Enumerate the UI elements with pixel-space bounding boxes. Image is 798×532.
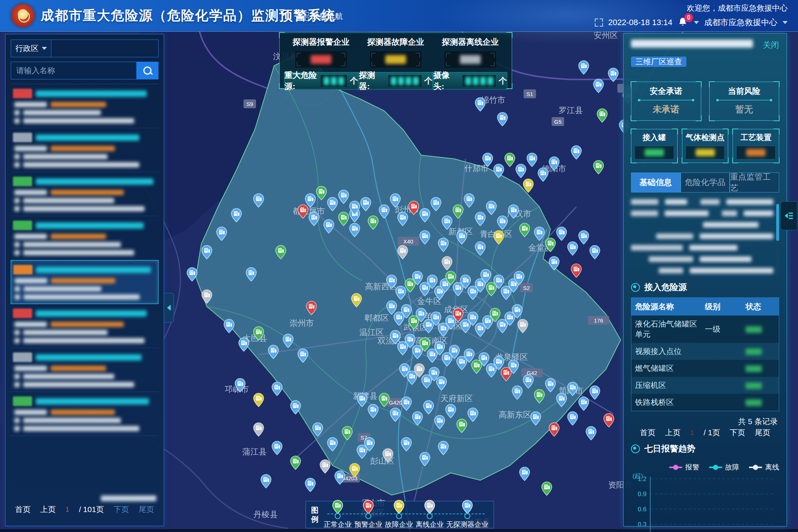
region-select-label: 行政区 bbox=[16, 43, 39, 54]
hazard-table: 危险源名称级别状态 液化石油气储罐区单元一级 视频接入点位 燃气储罐区 压缩机区… bbox=[631, 297, 779, 411]
stat-counter: 重大危险源:个 bbox=[284, 72, 358, 90]
close-button[interactable]: 关闭 bbox=[763, 40, 779, 51]
stat-card: 探测器故障企业 bbox=[359, 37, 433, 68]
trend-chart: (起)00.30.60.91.28-128-138-148-158-168-17… bbox=[631, 473, 779, 532]
enterprise-list-item[interactable] bbox=[11, 216, 158, 260]
page-next[interactable]: 下页 bbox=[113, 504, 129, 515]
map-legend-item: 无探测器企业 bbox=[446, 500, 488, 529]
map-legend-item: 故障企业 bbox=[385, 500, 413, 529]
enterprise-list-item[interactable] bbox=[11, 128, 158, 172]
search-input[interactable]: 请输入名称 bbox=[11, 62, 136, 79]
tab-危险化学品[interactable]: 危险化学品 bbox=[681, 173, 730, 192]
detail-counter-box: 气体检测点 bbox=[682, 129, 729, 163]
table-row[interactable]: 压缩机区 bbox=[631, 377, 779, 394]
org-menu[interactable]: 成都市应急救援中心 bbox=[704, 17, 777, 28]
road-shield: S2 bbox=[520, 283, 533, 292]
stats-panel: 探测器报警企业 探测器故障企业 探测器离线企业 重大危险源:个探测器:个摄像头:… bbox=[279, 33, 512, 89]
status-badge bbox=[13, 89, 32, 98]
fullscreen-icon[interactable] bbox=[595, 18, 603, 27]
page-first[interactable]: 首页 bbox=[15, 504, 31, 515]
radio-bullet-icon bbox=[631, 444, 640, 453]
search-button[interactable] bbox=[136, 62, 158, 79]
enterprise-name-blurred bbox=[36, 310, 147, 317]
enterprise-title-blurred bbox=[631, 40, 753, 48]
table-row[interactable]: 液化石油气储罐区单元一级 bbox=[631, 316, 779, 343]
enterprise-list-item[interactable] bbox=[11, 348, 158, 392]
road-shield: S1 bbox=[524, 89, 536, 98]
legend-item-故障[interactable]: 故障 bbox=[709, 463, 739, 472]
svg-text:1.2: 1.2 bbox=[638, 475, 647, 482]
commitment-title: 安全承诺 bbox=[631, 86, 701, 97]
enterprise-list-item[interactable] bbox=[11, 84, 158, 128]
page-last[interactable]: 尾页 bbox=[755, 427, 770, 438]
svg-text:0.9: 0.9 bbox=[638, 491, 647, 498]
stat-card: 探测器报警企业 bbox=[284, 37, 358, 68]
map-place-label: 什邡市 bbox=[464, 164, 489, 173]
region-input[interactable] bbox=[51, 40, 158, 57]
page-of: / 1页 bbox=[704, 427, 720, 438]
enterprise-list-item[interactable] bbox=[11, 304, 158, 348]
enterprise-name-blurred bbox=[36, 267, 151, 273]
page-next[interactable]: 下页 bbox=[730, 427, 745, 438]
page-number[interactable]: 1 bbox=[65, 505, 69, 514]
region-filter-row: 行政区 bbox=[11, 40, 158, 57]
page-title: 成都市重大危险源（危险化学品）监测预警系统 bbox=[41, 7, 335, 25]
plant-3d-tour-button[interactable]: 三维厂区巡查 bbox=[631, 57, 686, 67]
status-badge bbox=[13, 133, 32, 142]
svg-text:0.6: 0.6 bbox=[638, 506, 647, 513]
tab-基础信息[interactable]: 基础信息 bbox=[631, 173, 681, 192]
region-select[interactable]: 行政区 bbox=[11, 40, 51, 57]
stat-counter: 探测器:个 bbox=[359, 72, 433, 90]
hazard-pagination: 首页 上页 1 / 1页 下页 尾页 bbox=[631, 427, 779, 438]
page-prev[interactable]: 上页 bbox=[665, 427, 681, 438]
stat-counter: 摄像头:个 bbox=[433, 72, 507, 90]
enterprise-name-blurred bbox=[36, 178, 153, 185]
page-prev[interactable]: 上页 bbox=[40, 504, 56, 515]
map-place-label: 天府新区 bbox=[440, 394, 473, 403]
enterprise-name-blurred bbox=[36, 134, 139, 141]
map-legend-item: 预警企业 bbox=[354, 500, 382, 529]
legend-item-离线[interactable]: 离线 bbox=[749, 463, 779, 472]
page-number[interactable]: 1 bbox=[690, 429, 694, 437]
table-row[interactable]: 燃气储罐区 bbox=[631, 360, 779, 377]
hazard-section-title: 接入危险源 bbox=[631, 282, 779, 293]
map-legend-item: 离线企业 bbox=[416, 500, 444, 529]
svg-text:176: 176 bbox=[594, 317, 603, 324]
table-header: 危险源名称 bbox=[631, 298, 702, 316]
sidebar-collapse-tab[interactable] bbox=[164, 293, 174, 323]
stat-card: 探测器离线企业 bbox=[433, 37, 507, 68]
detail-counter-box: 接入罐 bbox=[631, 129, 678, 163]
detail-tabs: 基础信息危险化学品重点监管工艺 bbox=[631, 173, 779, 192]
svg-text:S9: S9 bbox=[246, 101, 253, 107]
system-nav-label: 系统导航 bbox=[312, 11, 343, 21]
record-count-blurred bbox=[101, 495, 156, 501]
enterprise-list-item[interactable] bbox=[11, 392, 158, 436]
page-last[interactable]: 尾页 bbox=[139, 504, 154, 515]
app-root: { "header": { "title": "成都市重大危险源（危险化学品）监… bbox=[0, 0, 798, 532]
legend-item-报警[interactable]: 报警 bbox=[669, 463, 699, 472]
table-row[interactable]: 铁路栈桥区 bbox=[631, 394, 779, 411]
map-place-label: 金牛区 bbox=[417, 297, 441, 306]
svg-text:G5: G5 bbox=[554, 119, 562, 125]
tab-重点监管工艺[interactable]: 重点监管工艺 bbox=[730, 173, 779, 192]
system-nav-button[interactable]: 系统导航 bbox=[301, 11, 343, 21]
info-scrollbar[interactable] bbox=[776, 199, 779, 279]
enterprise-list-item[interactable] bbox=[11, 260, 158, 304]
table-header: 状态 bbox=[742, 298, 779, 316]
svg-text:S1: S1 bbox=[526, 91, 533, 97]
map-place-label: 蒲江县 bbox=[242, 447, 267, 456]
notifications-button[interactable]: 0 bbox=[678, 17, 689, 28]
chevron-down-icon[interactable] bbox=[694, 21, 699, 24]
chevron-down-icon[interactable] bbox=[782, 21, 788, 24]
enterprise-detail-panel: 关闭 三维厂区巡查 安全承诺 未承诺 当前风险 暂无 接入罐 气体检测点 工艺装… bbox=[623, 33, 787, 526]
page-first[interactable]: 首页 bbox=[640, 427, 655, 438]
map-place-label: 高新东区 bbox=[499, 410, 531, 419]
panel-expander-button[interactable] bbox=[780, 201, 797, 230]
detail-counter-box: 工艺装置 bbox=[733, 129, 779, 163]
map-legend-item: 正常企业 bbox=[324, 500, 352, 529]
enterprise-name-blurred bbox=[36, 222, 144, 229]
risk-value: 暂无 bbox=[710, 103, 779, 115]
table-row[interactable]: 视频接入点位 bbox=[631, 343, 779, 360]
radio-bullet-icon bbox=[631, 283, 640, 292]
enterprise-list-item[interactable] bbox=[11, 172, 158, 216]
